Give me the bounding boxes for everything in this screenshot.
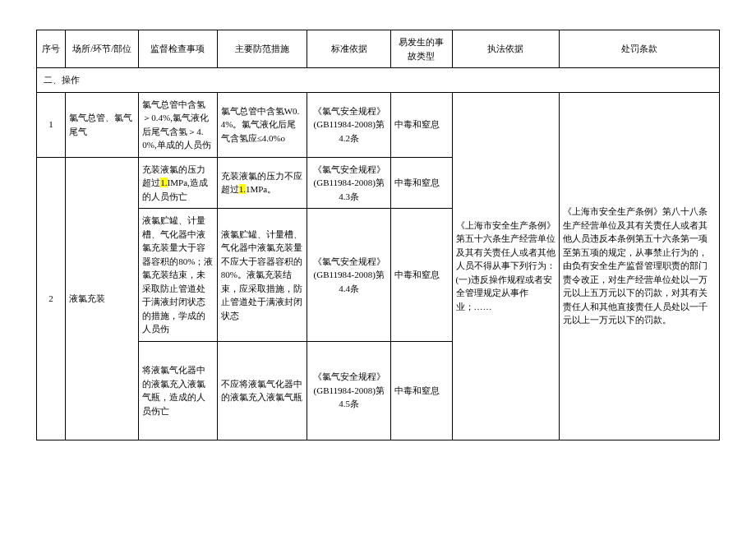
cell-measure: 液氯贮罐、计量槽、气化器中液氯充装量不应大于容器容积的80%。液氯充装结束，应采… (217, 209, 307, 342)
header-item: 监督检查事项 (139, 30, 217, 68)
section-row: 二、操作 (37, 68, 720, 93)
header-standard: 标准依据 (307, 30, 391, 68)
cell-item: 将液氯气化器中的液氯充入液氯气瓶，造成的人员伤亡 (139, 341, 217, 440)
safety-regulation-table: 序号 场所/环节/部位 监督检查事项 主要防范措施 标准依据 易发生的事故类型 … (36, 30, 720, 440)
cell-accident: 中毒和窒息 (391, 341, 453, 440)
cell-measure: 氯气总管中含氢W0.4%。氯气液化后尾气含氢应≤4.0%o (217, 92, 307, 157)
table-row: 1 氯气总管、氯气尾气 氯气总管中含氢＞0.4%,氯气液化后尾气含氢＞4.0%,… (37, 92, 720, 157)
cell-item: 液氯贮罐、计量槽、气化器中液氯充装量大于容器容积的80%；液氯充装结束，未采取防… (139, 209, 217, 342)
cell-measure: 不应将液氯气化器中的液氯充入液氯气瓶 (217, 341, 307, 440)
cell-accident: 中毒和窒息 (391, 209, 453, 342)
section-title: 二、操作 (37, 68, 720, 93)
cell-standard: 《氯气安全规程》(GB11984-2008)第4.5条 (307, 341, 391, 440)
cell-accident: 中毒和窒息 (391, 157, 453, 209)
highlight: 1. (239, 184, 246, 194)
header-measure: 主要防范措施 (217, 30, 307, 68)
header-no: 序号 (37, 30, 66, 68)
cell-accident: 中毒和窒息 (391, 92, 453, 157)
header-accident: 易发生的事故类型 (391, 30, 453, 68)
cell-no: 1 (37, 92, 66, 157)
cell-penalty: 《上海市安全生产条例》第八十八条生产经营单位及其有关责任人或者其他人员违反本条例… (560, 92, 720, 440)
cell-standard: 《氯气安全规程》(GB11984-2008)第4.2条 (307, 92, 391, 157)
header-law: 执法依据 (452, 30, 560, 68)
cell-place: 氯气总管、氯气尾气 (66, 92, 139, 157)
cell-standard: 《氯气安全规程》(GB11984-2008)第4.3条 (307, 157, 391, 209)
header-row: 序号 场所/环节/部位 监督检查事项 主要防范措施 标准依据 易发生的事故类型 … (37, 30, 720, 68)
cell-standard: 《氯气安全规程》(GB11984-2008)第4.4条 (307, 209, 391, 342)
cell-item: 氯气总管中含氢＞0.4%,氯气液化后尾气含氢＞4.0%,单成的人员伤 (139, 92, 217, 157)
cell-item: 充装液氯的压力超过1.IMPa,造成的人员伤亡 (139, 157, 217, 209)
cell-law-basis: 《上海市安全生产条例》第五十六条生产经营单位及其有关责任人或者其他人员不得从事下… (452, 92, 560, 440)
cell-place: 液氯充装 (66, 157, 139, 440)
cell-measure: 充装液氯的压力不应超过1.1MPa。 (217, 157, 307, 209)
header-penalty: 处罚条款 (560, 30, 720, 68)
highlight: 1. (160, 178, 167, 187)
header-place: 场所/环节/部位 (66, 30, 139, 68)
cell-no: 2 (37, 157, 66, 440)
